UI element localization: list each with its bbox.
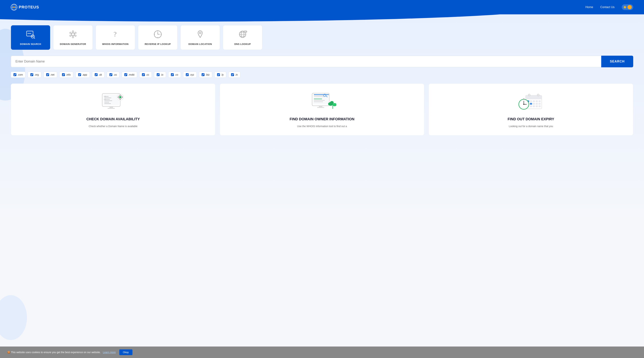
svg-rect-84 xyxy=(530,103,532,105)
cookie-banner: 🍪 This website uses cookies to ensure yo… xyxy=(0,347,644,358)
tld-label: .us xyxy=(114,73,117,76)
tld-checkbox[interactable] xyxy=(202,73,204,76)
tld-checkbox[interactable] xyxy=(62,73,65,76)
tld-item[interactable]: .app xyxy=(76,72,90,78)
feature-find-owner: FIND DOMAIN OWNER INFORMATION Use the WH… xyxy=(220,83,424,136)
tld-item[interactable]: .biz xyxy=(199,72,212,78)
svg-rect-87 xyxy=(538,103,541,105)
nav-home[interactable]: Home xyxy=(586,5,593,9)
svg-rect-90 xyxy=(533,105,535,107)
svg-rect-92 xyxy=(538,105,541,107)
tld-label: .in xyxy=(235,73,238,76)
svg-point-57 xyxy=(119,96,121,98)
svg-text:</>: </> xyxy=(104,98,106,100)
tld-label: .uk xyxy=(99,73,102,76)
tld-item[interactable]: .org xyxy=(28,72,41,78)
tld-row: .com.org.net.info.app.uk.us.mobi.cc.io.c… xyxy=(11,72,633,78)
tld-label: .app xyxy=(82,73,87,76)
tld-checkbox[interactable] xyxy=(231,73,234,76)
tld-checkbox[interactable] xyxy=(46,73,49,76)
tld-label: .mobi xyxy=(128,73,134,76)
nav-contact[interactable]: Contact Us xyxy=(600,5,614,9)
logo-text: PROTEUS xyxy=(19,5,39,9)
tld-label: .co xyxy=(175,73,178,76)
tool-domain-search[interactable]: www DOMAIN SEARCH xyxy=(11,25,50,50)
svg-point-9 xyxy=(72,33,74,36)
location-pin-icon xyxy=(196,30,205,40)
tld-checkbox[interactable] xyxy=(186,73,189,76)
svg-point-30 xyxy=(199,32,201,34)
svg-rect-68 xyxy=(317,107,324,108)
tld-item[interactable]: .net xyxy=(44,72,57,78)
svg-rect-66 xyxy=(314,94,329,95)
question-icon: ? xyxy=(111,30,120,40)
logo-icon xyxy=(11,4,17,10)
tool-domain-generator[interactable]: DOMAIN GENERATOR xyxy=(53,25,93,50)
tld-item[interactable]: .cc xyxy=(139,72,152,78)
svg-rect-85 xyxy=(533,103,535,105)
svg-point-3 xyxy=(13,6,15,8)
tool-whois[interactable]: ? WHOIS INFORMATION xyxy=(96,25,135,50)
tld-checkbox[interactable] xyxy=(78,73,81,76)
tool-dns-lookup-label: DNS LOOKUP xyxy=(234,43,251,45)
tld-item[interactable]: .in xyxy=(228,72,240,78)
feature-find-owner-title: FIND DOMAIN OWNER INFORMATION xyxy=(226,117,418,121)
tld-label: .io xyxy=(161,73,163,76)
tld-checkbox[interactable] xyxy=(110,73,112,76)
main-content: www DOMAIN SEARCH xyxy=(0,14,644,358)
svg-text:www: www xyxy=(27,32,32,34)
svg-rect-49 xyxy=(108,108,115,109)
feature-check-domain-title: CHECK DOMAIN AVAILABILITY xyxy=(17,117,210,121)
svg-line-18 xyxy=(71,33,72,34)
tld-checkbox[interactable] xyxy=(30,73,33,76)
svg-rect-80 xyxy=(533,100,535,102)
cookie-okay-button[interactable]: Okay xyxy=(119,350,132,355)
feature-find-expiry-image xyxy=(434,91,627,112)
search-button[interactable]: SEARCH xyxy=(601,56,633,67)
tld-checkbox[interactable] xyxy=(14,73,16,76)
tld-checkbox[interactable] xyxy=(157,73,160,76)
search-section: SEARCH xyxy=(11,56,633,67)
tld-item[interactable]: .xyz xyxy=(183,72,197,78)
tool-domain-generator-label: DOMAIN GENERATOR xyxy=(60,43,86,45)
tld-item[interactable]: .info xyxy=(59,72,73,78)
svg-rect-54 xyxy=(120,99,121,100)
theme-toggle[interactable]: ☀️ xyxy=(622,4,633,10)
tld-item[interactable]: .io xyxy=(154,72,166,78)
svg-rect-74 xyxy=(526,95,542,99)
svg-rect-48 xyxy=(110,106,113,108)
feature-check-domain-desc: Check whether a Domain Name is available xyxy=(17,124,210,128)
tld-label: .ly xyxy=(221,73,224,76)
cookie-learn-more[interactable]: Learn more xyxy=(103,351,116,354)
svg-text:?: ? xyxy=(114,30,116,38)
tool-domain-location[interactable]: DOMAIN LOCATION xyxy=(180,25,220,50)
tld-checkbox[interactable] xyxy=(95,73,98,76)
header: PROTEUS Home Contact Us ☀️ xyxy=(0,0,644,14)
tld-checkbox[interactable] xyxy=(171,73,174,76)
www-search-icon: www xyxy=(26,30,35,40)
svg-line-20 xyxy=(71,35,72,35)
tld-item[interactable]: .mobi xyxy=(122,72,137,78)
tools-grid: www DOMAIN SEARCH xyxy=(11,25,633,50)
svg-point-77 xyxy=(537,94,539,96)
svg-rect-82 xyxy=(538,100,541,102)
tld-checkbox[interactable] xyxy=(142,73,145,76)
svg-rect-53 xyxy=(120,95,121,95)
tld-checkbox[interactable] xyxy=(217,73,220,76)
tld-item[interactable]: .co xyxy=(168,72,181,78)
search-input[interactable] xyxy=(11,56,601,67)
tld-item[interactable]: .uk xyxy=(92,72,105,78)
feature-find-expiry: FIND OUT DOMAIN EXPIRY Looking out for a… xyxy=(428,83,633,136)
dns-globe-icon: DNS xyxy=(238,30,247,40)
main-nav: Home Contact Us ☀️ xyxy=(586,4,633,10)
tld-label: .info xyxy=(66,73,70,76)
tool-domain-search-label: DOMAIN SEARCH xyxy=(20,43,41,45)
svg-rect-60 xyxy=(314,95,325,97)
tld-item[interactable]: .com xyxy=(11,72,26,78)
tld-item[interactable]: .ly xyxy=(214,72,226,78)
tld-checkbox[interactable] xyxy=(124,73,127,76)
tool-dns-lookup[interactable]: DNS DNS LOOKUP xyxy=(223,25,262,50)
tool-reverse-ip[interactable]: REVERSE IP LOOKUP xyxy=(138,25,178,50)
tld-item[interactable]: .us xyxy=(107,72,120,78)
tld-label: .net xyxy=(50,73,54,76)
